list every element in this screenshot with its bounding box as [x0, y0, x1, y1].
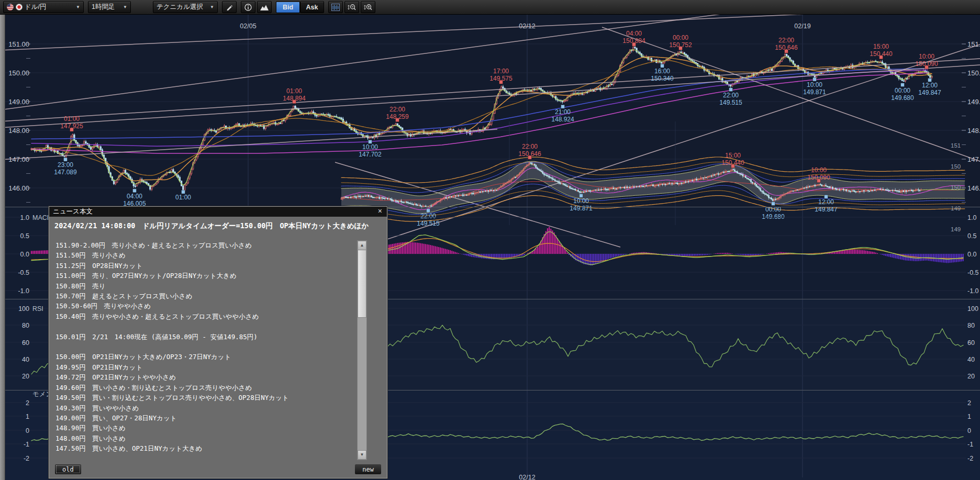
draw-tool-button[interactable]: [222, 1, 237, 13]
svg-text:150.440: 150.440: [721, 159, 744, 166]
zoom-out-button[interactable]: [344, 1, 359, 13]
svg-text:10:00: 10:00: [919, 53, 934, 60]
svg-text:20: 20: [22, 373, 29, 380]
svg-text:0.5: 0.5: [20, 232, 29, 240]
news-popup-title: ニュース本文: [53, 207, 93, 216]
svg-text:150.752: 150.752: [669, 41, 692, 49]
tick-chart-button[interactable]: [328, 1, 343, 13]
svg-text:12:00: 12:00: [922, 82, 938, 89]
svg-text:02/19: 02/19: [794, 23, 810, 30]
svg-text:149.680: 149.680: [891, 94, 914, 102]
news-line: 150.80円 売り: [55, 281, 355, 291]
svg-text:150.340: 150.340: [651, 75, 674, 82]
pair-label: ドル/円: [25, 3, 47, 12]
scroll-down-icon[interactable]: ▼: [358, 450, 366, 460]
svg-text:80: 80: [22, 322, 29, 329]
svg-text:146.00: 146.00: [967, 184, 980, 192]
svg-text:-0.5: -0.5: [967, 269, 979, 276]
ask-button[interactable]: Ask: [300, 1, 324, 13]
svg-text:01:00: 01:00: [175, 194, 191, 201]
svg-text:147.702: 147.702: [359, 151, 382, 158]
svg-text:149.847: 149.847: [918, 89, 941, 96]
news-line: 151.50円 売り小さめ: [55, 250, 355, 260]
info-button[interactable]: [241, 1, 255, 13]
svg-text:2: 2: [967, 399, 971, 407]
zoom-out-icon: [347, 4, 357, 11]
svg-text:23:00: 23:00: [58, 161, 73, 169]
left-edge-strip: [0, 14, 5, 480]
svg-text:0: 0: [26, 427, 29, 434]
pair-selector[interactable]: ドル/円 ▼: [3, 1, 84, 13]
svg-text:-1: -1: [24, 441, 29, 448]
svg-text:100: 100: [967, 305, 978, 312]
svg-text:1.0: 1.0: [967, 214, 976, 221]
news-scrollbar[interactable]: ▲ ▼: [357, 240, 367, 460]
svg-text:0.0: 0.0: [20, 251, 29, 258]
svg-text:100: 100: [18, 305, 29, 312]
svg-text:150.090: 150.090: [915, 60, 938, 68]
svg-text:01:00: 01:00: [64, 115, 80, 122]
svg-text:00:00: 00:00: [765, 206, 781, 213]
svg-text:10:00: 10:00: [362, 143, 378, 151]
svg-text:16:00: 16:00: [654, 68, 670, 75]
svg-text:-1.0: -1.0: [18, 287, 29, 295]
mountain-icon: [260, 4, 269, 10]
svg-text:10:00: 10:00: [811, 166, 827, 174]
svg-text:22:00: 22:00: [420, 213, 436, 220]
svg-text:80: 80: [967, 322, 975, 329]
scroll-up-icon[interactable]: ▲: [358, 241, 366, 250]
svg-text:10:00: 10:00: [807, 81, 822, 88]
new-button[interactable]: new: [354, 464, 382, 475]
svg-text:1: 1: [26, 413, 29, 420]
svg-text:2: 2: [26, 399, 29, 407]
technical-selector[interactable]: テクニカル選択 ▼: [153, 1, 218, 13]
tick-bars-icon: [331, 4, 340, 11]
svg-text:150.884: 150.884: [622, 37, 645, 44]
news-line: 149.50円 買い・割り込むとストップロス売りやや小さめ、OP28日NYカット: [55, 393, 355, 403]
svg-text:149.871: 149.871: [570, 205, 593, 212]
news-line: 150.40円 売りやや小さめ・超えるとストップロス買いやや小さめ: [55, 311, 355, 321]
timeframe-label: 1時間足: [92, 3, 115, 12]
svg-text:149: 149: [951, 205, 961, 211]
svg-text:149.00: 149.00: [967, 98, 980, 106]
news-line: 151.90-2.00円 売り小さめ・超えるとストップロス買い小さめ: [55, 240, 355, 250]
svg-text:148.924: 148.924: [551, 116, 574, 123]
news-line: [55, 342, 355, 352]
zoom-in-button[interactable]: [361, 1, 375, 13]
svg-text:10:00: 10:00: [573, 197, 589, 205]
svg-text:0.0: 0.0: [967, 251, 976, 258]
svg-text:17:00: 17:00: [493, 68, 509, 75]
news-line: 149.30円 買いやや小さめ: [55, 403, 355, 413]
news-line: 149.00円 買い、OP27・28日NYカット: [55, 413, 355, 423]
svg-text:20: 20: [967, 373, 975, 380]
news-line: 150.01円 2/21 14:00現在 (高値150.09円 - 安値149.…: [55, 332, 355, 342]
news-line: 148.00円 買い小さめ: [55, 433, 355, 443]
chart-style-button[interactable]: [257, 1, 272, 13]
news-line: 149.95円 OP21日NYカット: [55, 362, 355, 372]
svg-text:60: 60: [22, 339, 29, 347]
info-icon: [244, 4, 252, 11]
chevron-down-icon: ▼: [120, 5, 127, 9]
bid-button[interactable]: Bid: [276, 1, 300, 13]
svg-text:22:00: 22:00: [522, 143, 538, 150]
toolbar: ドル/円 ▼ 1時間足 ▼ テクニカル選択 ▼ Bid Ask: [0, 0, 980, 15]
svg-text:1.0: 1.0: [20, 214, 29, 221]
svg-text:0.5: 0.5: [967, 232, 976, 240]
svg-text:148.259: 148.259: [386, 113, 409, 120]
svg-text:148.894: 148.894: [283, 95, 306, 102]
news-body: 151.90-2.00円 売り小さめ・超えるとストップロス買い小さめ151.50…: [55, 240, 355, 460]
old-button[interactable]: old: [54, 464, 82, 475]
timeframe-selector[interactable]: 1時間足 ▼: [88, 1, 131, 13]
news-popup-titlebar[interactable]: ニュース本文 ×: [49, 207, 387, 217]
svg-text:149.575: 149.575: [489, 75, 513, 82]
scroll-thumb[interactable]: [358, 250, 366, 318]
svg-text:15:00: 15:00: [725, 152, 741, 159]
close-icon[interactable]: ×: [378, 207, 382, 215]
japan-flag-icon: [16, 4, 23, 10]
svg-text:149.871: 149.871: [803, 88, 826, 96]
news-line: 150.50-60円 売りやや小さめ: [55, 301, 355, 311]
us-flag-icon: [7, 4, 14, 10]
svg-text:147.089: 147.089: [54, 169, 77, 176]
news-line: 151.25円 OP28日NYカット: [55, 261, 355, 271]
svg-text:02/12: 02/12: [519, 474, 535, 480]
